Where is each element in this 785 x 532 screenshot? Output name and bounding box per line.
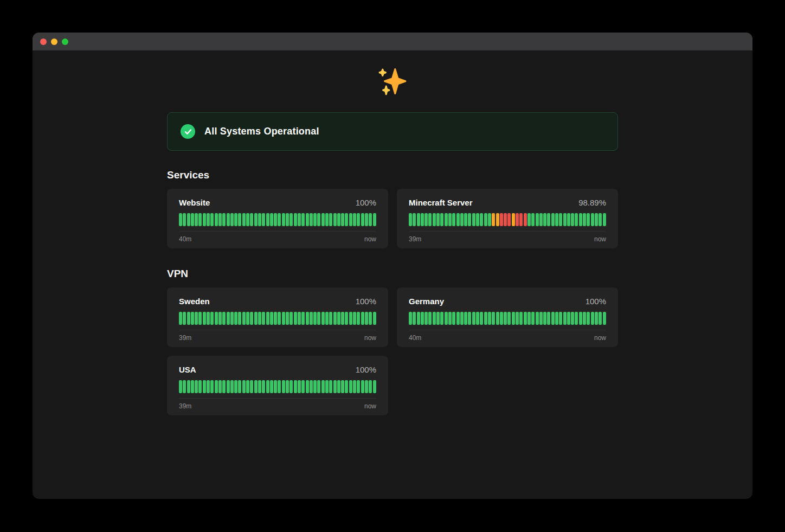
uptime-bar[interactable] [353,312,356,325]
uptime-bar[interactable] [547,213,550,226]
uptime-bar[interactable] [433,213,436,226]
uptime-bar[interactable] [198,213,202,226]
uptime-bar[interactable] [551,312,555,325]
uptime-bar[interactable] [230,213,234,226]
uptime-bar[interactable] [575,213,578,226]
uptime-bar[interactable] [543,312,546,325]
uptime-bar[interactable] [448,312,452,325]
uptime-bar[interactable] [373,312,376,325]
uptime-bar[interactable] [195,312,198,325]
uptime-bar[interactable] [365,380,368,393]
uptime-bar[interactable] [246,213,249,226]
uptime-bar[interactable] [476,312,479,325]
uptime-bar[interactable] [310,380,313,393]
uptime-bar[interactable] [187,312,190,325]
uptime-bar[interactable] [278,312,281,325]
uptime-bar[interactable] [270,213,273,226]
uptime-bar[interactable] [428,213,432,226]
uptime-bar[interactable] [591,213,594,226]
uptime-bar[interactable] [227,312,230,325]
uptime-bar[interactable] [559,213,562,226]
uptime-bar[interactable] [310,213,313,226]
close-button[interactable] [40,39,47,45]
uptime-bar[interactable] [547,312,550,325]
uptime-bar[interactable] [306,213,309,226]
uptime-bar[interactable] [472,312,475,325]
uptime-bar[interactable] [234,312,237,325]
uptime-bar[interactable] [563,312,567,325]
uptime-bar[interactable] [369,380,372,393]
uptime-bar[interactable] [464,312,467,325]
uptime-bar[interactable] [480,213,483,226]
uptime-bar[interactable] [357,380,360,393]
uptime-bar[interactable] [298,380,301,393]
uptime-bar[interactable] [218,213,222,226]
uptime-bar[interactable] [198,380,202,393]
uptime-bar[interactable] [436,213,440,226]
uptime-bar[interactable] [294,380,297,393]
uptime-bar[interactable] [349,380,352,393]
uptime-bar[interactable] [294,213,297,226]
uptime-bar[interactable] [321,213,325,226]
uptime-bar[interactable] [298,213,301,226]
uptime-bar[interactable] [246,312,249,325]
uptime-bar[interactable] [215,213,218,226]
uptime-bar[interactable] [591,312,594,325]
uptime-bar[interactable] [587,312,590,325]
uptime-bar[interactable] [504,213,507,226]
uptime-bar[interactable] [460,312,464,325]
uptime-bar[interactable] [349,213,352,226]
uptime-bar[interactable] [361,380,364,393]
uptime-bar[interactable] [262,380,265,393]
uptime-bar[interactable] [289,213,293,226]
uptime-bar[interactable] [298,312,301,325]
uptime-bar[interactable] [341,380,344,393]
uptime-bar[interactable] [183,213,186,226]
uptime-bar[interactable] [512,312,515,325]
uptime-bar[interactable] [468,213,471,226]
uptime-bar[interactable] [417,312,420,325]
uptime-bar[interactable] [215,312,218,325]
uptime-bar[interactable] [353,380,356,393]
uptime-bar[interactable] [421,312,424,325]
uptime-bar[interactable] [524,213,527,226]
uptime-bar[interactable] [274,213,277,226]
uptime-bar[interactable] [286,380,289,393]
uptime-bar[interactable] [409,312,412,325]
uptime-bar[interactable] [282,312,285,325]
uptime-bar[interactable] [282,380,285,393]
uptime-bar[interactable] [488,312,491,325]
uptime-bar[interactable] [313,312,317,325]
uptime-bar[interactable] [373,213,376,226]
uptime-bar[interactable] [488,213,491,226]
uptime-bar[interactable] [484,213,487,226]
uptime-bar[interactable] [567,213,570,226]
uptime-bar[interactable] [317,312,320,325]
uptime-bar[interactable] [337,312,340,325]
uptime-bar[interactable] [317,380,320,393]
uptime-bar[interactable] [286,213,289,226]
uptime-bar[interactable] [519,312,523,325]
uptime-bar[interactable] [579,213,582,226]
uptime-bar[interactable] [258,312,261,325]
uptime-bar[interactable] [472,213,475,226]
uptime-bar[interactable] [567,312,570,325]
uptime-bar[interactable] [445,312,448,325]
uptime-bar[interactable] [207,213,210,226]
uptime-bar[interactable] [254,380,258,393]
uptime-bar[interactable] [294,312,297,325]
uptime-bar[interactable] [222,312,226,325]
uptime-bar[interactable] [357,213,360,226]
uptime-bar[interactable] [333,312,337,325]
uptime-bar[interactable] [198,312,202,325]
uptime-bar[interactable] [329,213,332,226]
uptime-bar[interactable] [341,312,344,325]
uptime-bar[interactable] [274,380,277,393]
uptime-bar[interactable] [179,213,182,226]
uptime-bar[interactable] [424,312,428,325]
uptime-bar[interactable] [222,380,226,393]
uptime-bar[interactable] [464,213,467,226]
uptime-bar[interactable] [262,312,265,325]
uptime-bar[interactable] [179,312,182,325]
uptime-bar[interactable] [242,213,246,226]
